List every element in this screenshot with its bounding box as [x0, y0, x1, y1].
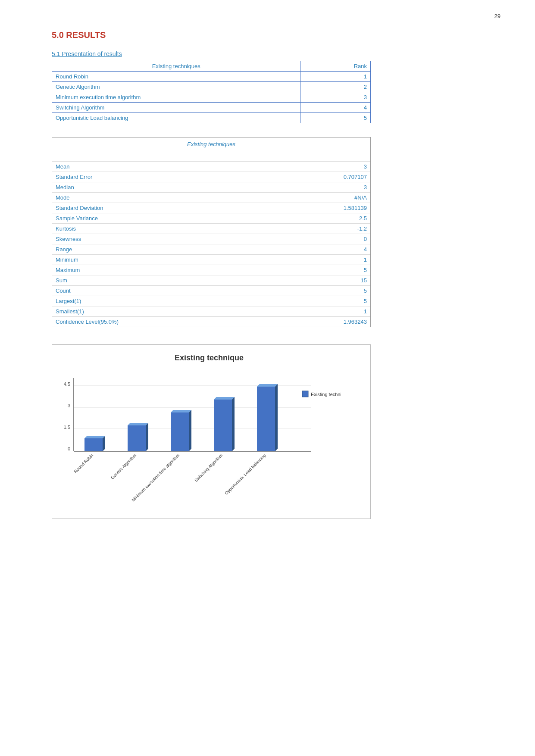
bar-minexec-side [189, 410, 191, 451]
stats-label: Confidence Level(95.0%) [52, 317, 259, 327]
rank-table-header-rank: Rank [300, 61, 371, 72]
rank-table-technique: Opportunistic Load balancing [52, 113, 300, 123]
stats-label: Standard Error [52, 172, 259, 182]
rank-table-rank: 5 [300, 113, 371, 123]
stats-table-title: Existing techniques [52, 137, 370, 151]
page: 29 5.0 RESULTS 5.1 Presentation of resul… [0, 0, 535, 756]
rank-table-technique: Switching Algorithm [52, 103, 300, 113]
stats-label: Mean [52, 162, 259, 172]
stats-label: Standard Deviation [52, 203, 259, 213]
x-label-genetic: Genetic Algorithm [110, 453, 138, 481]
stats-value: 1 [259, 255, 370, 265]
bar-round-robin [84, 438, 103, 451]
y-label-0: 0 [68, 446, 70, 451]
chart-title: Existing technique [56, 353, 362, 362]
rank-table-rank: 3 [300, 92, 371, 103]
stats-value: 3 [259, 182, 370, 193]
stats-label: Largest(1) [52, 296, 259, 306]
stats-value: 15 [259, 275, 370, 286]
bar-minexec-top [171, 410, 191, 412]
rank-table-rank: 1 [300, 72, 371, 82]
y-label-1.5: 1.5 [64, 425, 70, 430]
bar-genetic-top [128, 423, 148, 425]
stats-value: 1.963243 [259, 317, 370, 327]
bar-genetic-side [146, 423, 148, 451]
rank-table-rank: 4 [300, 103, 371, 113]
rank-table-technique: Minimum execution time algorithm [52, 92, 300, 103]
legend-box [302, 391, 308, 397]
stats-label: Sum [52, 275, 259, 286]
stats-label: Count [52, 286, 259, 296]
stats-value: 3 [259, 162, 370, 172]
stats-empty-label [52, 151, 259, 162]
rank-table-technique: Genetic Algorithm [52, 82, 300, 92]
x-label-opportunistic: Opportunistic Load balancing [224, 453, 266, 496]
stats-label: Skewness [52, 234, 259, 244]
bar-switching-top [214, 397, 235, 400]
stats-label: Maximum [52, 265, 259, 275]
stats-empty-value [259, 151, 370, 162]
stats-value: 0.707107 [259, 172, 370, 182]
x-label-minexec: Minimum execution time algorithm [131, 453, 180, 503]
stats-label: Median [52, 182, 259, 193]
bar-round-robin-side [103, 436, 105, 451]
rank-table: Existing techniques Rank Round Robin1Gen… [52, 61, 371, 123]
rank-table-header-technique: Existing techniques [52, 61, 300, 72]
stats-value: #N/A [259, 193, 370, 203]
stats-value: 1 [259, 306, 370, 317]
stats-value: 5 [259, 296, 370, 306]
bar-minexec [171, 412, 189, 451]
bar-opportunistic-side [275, 384, 278, 451]
x-label-round-robin: Round Robin [73, 453, 94, 474]
legend-label: Existing technique [311, 392, 341, 397]
chart-svg-wrapper: 4.5 3 1.5 0 [56, 369, 362, 512]
bar-opportunistic [257, 387, 275, 451]
x-label-switching: Switching Algorithm [194, 453, 223, 483]
stats-label: Mode [52, 193, 259, 203]
subsection-title: 5.1 Presentation of results [52, 50, 483, 57]
stats-value: 5 [259, 265, 370, 275]
stats-value: 2.5 [259, 213, 370, 224]
bar-genetic [128, 425, 146, 451]
stats-value: -1.2 [259, 224, 370, 234]
rank-table-technique: Round Robin [52, 72, 300, 82]
stats-label: Smallest(1) [52, 306, 259, 317]
stats-label: Range [52, 244, 259, 255]
stats-label: Minimum [52, 255, 259, 265]
stats-label: Sample Variance [52, 213, 259, 224]
chart-container: Existing technique 4.5 3 1.5 0 [52, 344, 371, 519]
stats-value: 4 [259, 244, 370, 255]
stats-table: Mean3Standard Error0.707107Median3Mode#N… [52, 151, 370, 327]
stats-table-wrapper: Existing techniques Mean3Standard Error0… [52, 137, 371, 327]
stats-value: 0 [259, 234, 370, 244]
stats-value: 1.581139 [259, 203, 370, 213]
stats-value: 5 [259, 286, 370, 296]
y-label-4.5: 4.5 [64, 381, 70, 387]
y-label-3: 3 [68, 403, 70, 408]
bar-opportunistic-top [257, 384, 278, 387]
chart-svg: 4.5 3 1.5 0 [56, 369, 341, 512]
bar-round-robin-top [84, 436, 105, 438]
bar-switching [214, 400, 232, 451]
page-number: 29 [494, 13, 501, 19]
stats-label: Kurtosis [52, 224, 259, 234]
bar-switching-side [232, 397, 235, 451]
section-title: 5.0 RESULTS [52, 30, 483, 40]
rank-table-rank: 2 [300, 82, 371, 92]
